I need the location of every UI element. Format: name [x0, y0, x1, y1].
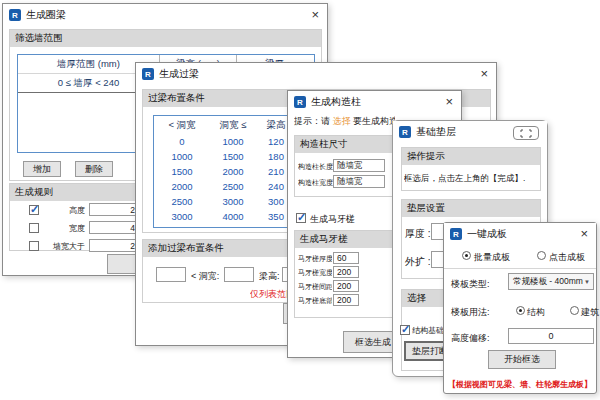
batch-slab-label: 批量成板	[474, 251, 510, 264]
rule1-label: 高度	[39, 205, 85, 216]
add-button[interactable]: 增加	[23, 161, 61, 177]
desktop: R 生成圈梁 × 筛选墙范围 墙厚范围 (mm) 梁高 (mm) 梁厚 0 ≤ …	[0, 0, 600, 400]
cell: 1500	[210, 149, 256, 164]
cell: 1000	[210, 134, 256, 149]
structural-foundation-label: 结构基础	[412, 325, 444, 336]
expand-label: 外扩 :	[405, 255, 431, 269]
structural-label: 结构	[527, 306, 545, 319]
architectural-label: 建筑	[581, 306, 599, 319]
divider	[444, 268, 596, 269]
cell: 2500	[154, 194, 210, 209]
cushion-settings-header: 垫层设置	[402, 200, 540, 217]
operation-hint-header: 操作提示	[402, 148, 540, 165]
titlebar[interactable]: R 生成构造柱 ×	[288, 91, 461, 113]
rule3-label: 墙宽大于	[39, 241, 85, 252]
hint-emphasis: 选择	[333, 116, 351, 126]
window-title: 生成圈梁	[26, 8, 66, 22]
start-box-select-button[interactable]: 开始框选	[488, 350, 556, 369]
titlebar[interactable]: R 生成圈梁 ×	[3, 4, 327, 26]
col-opening-le: 洞宽 ≤	[210, 116, 256, 134]
rule3-value-input[interactable]: 2	[89, 239, 139, 252]
close-icon[interactable]: ×	[311, 8, 319, 21]
close-icon[interactable]: ×	[580, 227, 588, 240]
cell: 1000	[154, 149, 210, 164]
click-slab-radio[interactable]	[537, 251, 546, 260]
mayacha-spacing-label: 马牙槎间距:	[298, 282, 332, 292]
cell: 3000	[210, 194, 256, 209]
column-width-input[interactable]: 随墙宽	[333, 175, 385, 188]
rule3-checkbox[interactable]	[29, 241, 39, 251]
mayacha-checkbox[interactable]	[296, 213, 306, 223]
slab-type-value: 常规楼板 - 400mm	[513, 276, 583, 288]
hint-suffix: 要生成构造柱	[351, 116, 395, 126]
cell: 2000	[154, 179, 210, 194]
revit-app-icon: R	[142, 68, 154, 80]
column-length-label: 构造柱长度:	[298, 162, 333, 172]
col-opening-lt: < 洞宽	[154, 116, 210, 134]
cell: 2000	[210, 164, 256, 179]
close-icon[interactable]: ×	[445, 95, 453, 108]
mayacha-thickness-input[interactable]: 60	[333, 252, 359, 264]
window-title: 一键成板	[467, 227, 507, 241]
batch-slab-radio[interactable]	[462, 251, 471, 260]
rule2-value-input[interactable]: 4	[89, 221, 139, 234]
slab-note-text: 【根据视图可见梁、墙、柱轮廓生成板】	[444, 379, 596, 390]
cell: 4000	[210, 209, 256, 224]
opening-width-input-2[interactable]	[224, 267, 254, 282]
restore-icon[interactable]	[513, 126, 539, 140]
window-one-click-slab: R 一键成板 × 批量成板 点击成板 楼板类型: 常规楼板 - 400mm ▼ …	[443, 222, 597, 394]
mayacha-checkbox-label: 生成马牙槎	[310, 213, 355, 226]
rule1-checkbox[interactable]	[29, 205, 39, 215]
opening-lt-label: < 洞宽:	[191, 270, 219, 283]
hint-text: 提示：请 选择 要生成构造柱	[294, 115, 395, 127]
click-slab-label: 点击成板	[549, 251, 585, 264]
revit-app-icon: R	[399, 126, 411, 138]
column-width-label: 构造柱宽度:	[298, 178, 333, 188]
mayacha-width-label: 马牙槎宽度:	[298, 268, 332, 278]
architectural-radio[interactable]	[570, 306, 579, 315]
mayacha-bottom-width-input[interactable]: 200	[333, 294, 359, 306]
cell: 2500	[210, 179, 256, 194]
mayacha-width-input[interactable]: 200	[333, 266, 359, 278]
slab-type-dropdown[interactable]: 常规楼板 - 400mm ▼	[508, 273, 594, 290]
mayacha-bottom-width-label: 马牙槎底部宽度:	[298, 296, 332, 306]
thickness-label: 厚度 :	[405, 227, 431, 241]
hint-prefix: 提示：请	[294, 116, 333, 126]
height-offset-label: 高度偏移:	[451, 332, 490, 345]
revit-app-icon: R	[294, 96, 306, 108]
chevron-down-icon: ▼	[584, 279, 590, 285]
structural-foundation-checkbox[interactable]	[400, 325, 410, 335]
operation-hint-text: 框选后，点击左上角的【完成】.	[404, 173, 538, 185]
slab-usage-label: 楼板用法:	[451, 306, 490, 319]
rule2-label: 宽度	[39, 223, 85, 234]
column-length-input[interactable]: 随墙宽	[333, 159, 385, 172]
rule2-checkbox[interactable]	[29, 223, 39, 233]
window-title: 生成过梁	[159, 67, 199, 81]
revit-app-icon: R	[450, 228, 462, 240]
delete-button[interactable]: 删除	[75, 161, 113, 177]
revit-app-icon: R	[9, 9, 21, 21]
opening-width-input-1[interactable]	[156, 267, 186, 282]
structural-radio[interactable]	[516, 306, 525, 315]
window-title: 基础垫层	[416, 125, 456, 139]
titlebar[interactable]: R 生成过梁 ×	[136, 63, 496, 85]
rule1-value-input[interactable]: 2	[89, 203, 139, 216]
slab-type-label: 楼板类型:	[451, 278, 490, 291]
window-title: 生成构造柱	[311, 95, 361, 109]
height-offset-input[interactable]: 0	[508, 328, 594, 344]
close-icon[interactable]: ×	[480, 67, 488, 80]
cell: 0	[154, 134, 210, 149]
mayacha-thickness-label: 马牙槎厚度:	[298, 254, 332, 264]
cell: 1500	[154, 164, 210, 179]
filter-wall-header: 筛选墙范围	[10, 30, 321, 47]
cell: 3000	[154, 209, 210, 224]
beam-height-label: 梁高:	[259, 270, 280, 283]
list-note-text: 仅列表范围	[250, 288, 289, 301]
mayacha-spacing-input[interactable]: 200	[333, 280, 359, 292]
titlebar[interactable]: R 一键成板 ×	[444, 223, 596, 245]
